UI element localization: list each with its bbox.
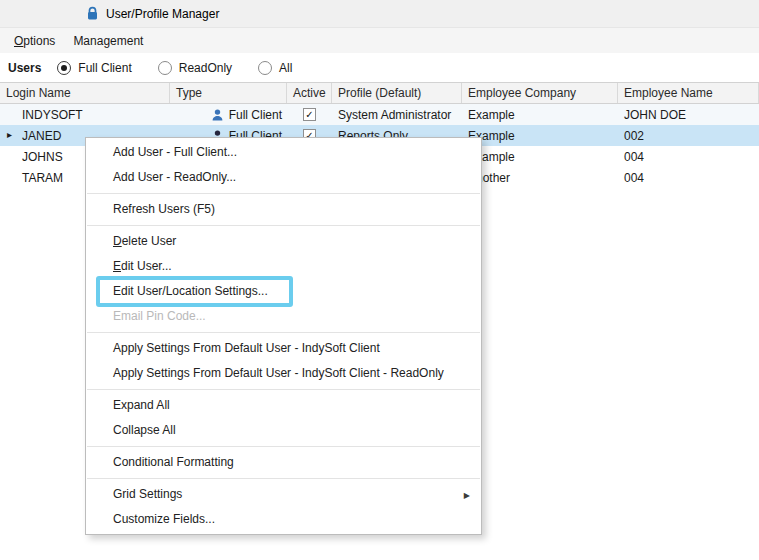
- window-title: User/Profile Manager: [106, 7, 219, 21]
- cell-employee-company: Example: [462, 125, 618, 146]
- cell-employee-company: Example: [462, 104, 618, 125]
- column-header-employee-company[interactable]: Employee Company: [462, 83, 618, 103]
- context-menu-item[interactable]: Expand All: [86, 393, 481, 418]
- cell-type: Full Client: [170, 104, 287, 125]
- context-menu-item[interactable]: Refresh Users (F5): [86, 197, 481, 222]
- menu-separator: [87, 389, 480, 390]
- context-menu-item[interactable]: Apply Settings From Default User - IndyS…: [86, 361, 481, 386]
- context-menu-item: Email Pin Code...: [86, 304, 481, 329]
- cell-employee-company: Example: [462, 146, 618, 167]
- selected-row-indicator-icon: ▸: [7, 129, 12, 140]
- cell-login-name: INDYSOFT: [0, 104, 170, 125]
- menu-management[interactable]: Management: [64, 31, 152, 51]
- checkmark-icon: ✓: [305, 110, 313, 120]
- menubar: Options Management: [0, 28, 759, 53]
- radio-full-client-label: Full Client: [78, 61, 131, 75]
- context-menu-item[interactable]: Delete User: [86, 229, 481, 254]
- menu-separator: [87, 478, 480, 479]
- context-menu-item[interactable]: Grid Settings▶: [86, 482, 481, 507]
- users-filter-label: Users: [8, 61, 41, 75]
- menu-separator: [87, 225, 480, 226]
- titlebar: User/Profile Manager: [0, 0, 759, 28]
- cell-employee-name: 004: [618, 167, 759, 188]
- app-lock-icon: [86, 6, 99, 21]
- menu-options[interactable]: Options: [5, 31, 64, 51]
- context-menu-item[interactable]: Edit User/Location Settings...: [86, 279, 481, 304]
- table-row[interactable]: INDYSOFTFull Client✓System Administrator…: [0, 104, 759, 125]
- radio-readonly[interactable]: ReadOnly: [158, 61, 232, 75]
- radio-readonly-label: ReadOnly: [179, 61, 232, 75]
- radio-icon[interactable]: [158, 61, 172, 75]
- column-header-active[interactable]: Active: [287, 83, 332, 103]
- cell-active: ✓: [287, 104, 332, 125]
- cell-employee-name: 004: [618, 146, 759, 167]
- cell-employee-name: 002: [618, 125, 759, 146]
- context-menu-item[interactable]: Customize Fields...: [86, 507, 481, 532]
- radio-all[interactable]: All: [258, 61, 292, 75]
- active-checkbox[interactable]: ✓: [303, 108, 316, 121]
- context-menu-item[interactable]: Edit User...: [86, 254, 481, 279]
- column-header-profile[interactable]: Profile (Default): [332, 83, 462, 103]
- menu-separator: [87, 446, 480, 447]
- context-menu-item[interactable]: Conditional Formatting: [86, 450, 481, 475]
- context-menu-item[interactable]: Add User - Full Client...: [86, 140, 481, 165]
- user-icon: [212, 109, 223, 121]
- column-header-login-name[interactable]: Login Name: [0, 83, 170, 103]
- menu-options-accel: O: [14, 34, 23, 48]
- users-filter-row: Users Full Client ReadOnly All: [0, 53, 759, 82]
- menu-separator: [87, 332, 480, 333]
- grid-header: Login Name Type Active Profile (Default)…: [0, 82, 759, 104]
- menu-options-rest: ptions: [23, 34, 55, 48]
- column-header-type[interactable]: Type: [170, 83, 287, 103]
- column-header-employee-name[interactable]: Employee Name: [618, 83, 759, 103]
- radio-icon[interactable]: [258, 61, 272, 75]
- submenu-arrow-icon: ▶: [464, 483, 470, 508]
- context-menu-item[interactable]: Add User - ReadOnly...: [86, 165, 481, 190]
- radio-all-label: All: [279, 61, 292, 75]
- radio-icon[interactable]: [57, 61, 71, 75]
- cell-profile: System Administrator: [332, 104, 462, 125]
- context-menu-item[interactable]: Collapse All: [86, 418, 481, 443]
- cell-employee-name: JOHN DOE: [618, 104, 759, 125]
- menu-separator: [87, 193, 480, 194]
- context-menu-item[interactable]: Apply Settings From Default User - IndyS…: [86, 336, 481, 361]
- cell-employee-company: Another: [462, 167, 618, 188]
- radio-full-client[interactable]: Full Client: [57, 61, 131, 75]
- context-menu: Add User - Full Client...Add User - Read…: [85, 137, 482, 535]
